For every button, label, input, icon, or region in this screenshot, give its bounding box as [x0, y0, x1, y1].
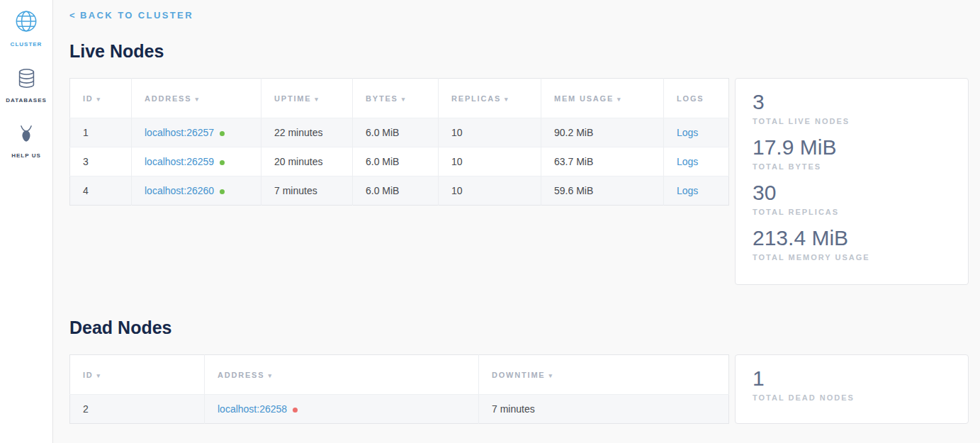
- node-address-cell: localhost:26260: [132, 176, 261, 206]
- live-status-dot-icon: [220, 160, 225, 165]
- column-header-id[interactable]: ID▾: [70, 79, 132, 118]
- sort-arrow-icon: ▾: [97, 372, 101, 379]
- sort-arrow-icon: ▾: [617, 96, 621, 103]
- table-row: 1 localhost:26257 22 minutes 6.0 MiB 10 …: [70, 118, 729, 147]
- main-content: <BACK TO CLUSTER Live Nodes ID▾ ADDRESS▾…: [53, 0, 980, 443]
- table-row: 2 localhost:26258 7 minutes: [70, 395, 729, 424]
- node-bytes-cell: 6.0 MiB: [353, 176, 439, 206]
- sidebar-item-cluster[interactable]: CLUSTER: [11, 9, 43, 47]
- dead-nodes-title: Dead Nodes: [69, 318, 969, 338]
- table-row: 4 localhost:26260 7 minutes 6.0 MiB 10 5…: [70, 176, 729, 206]
- dead-nodes-section: ID▾ ADDRESS▾ DOWNTIME▾ 2 localhost:26258…: [69, 354, 969, 424]
- cluster-nodes-page: CLUSTER DATABASES HELP US: [0, 0, 980, 443]
- node-logs-cell: Logs: [664, 118, 729, 147]
- databases-icon: [16, 67, 38, 92]
- sidebar-item-label: CLUSTER: [11, 41, 43, 47]
- sort-arrow-icon: ▾: [195, 96, 199, 103]
- sort-arrow-icon: ▾: [402, 96, 406, 103]
- back-to-cluster-link[interactable]: <BACK TO CLUSTER: [69, 10, 193, 21]
- dead-status-dot-icon: [293, 408, 298, 413]
- node-downtime-cell: 7 minutes: [479, 395, 729, 424]
- table-header-row: ID▾ ADDRESS▾ DOWNTIME▾: [70, 355, 729, 395]
- node-address-cell: localhost:26258: [205, 395, 479, 424]
- sidebar-item-help-us[interactable]: HELP US: [11, 123, 41, 159]
- sort-arrow-icon: ▾: [549, 372, 553, 379]
- node-uptime-cell: 7 minutes: [261, 176, 353, 206]
- stat-label: TOTAL BYTES: [753, 162, 951, 171]
- sidebar-item-databases[interactable]: DATABASES: [6, 67, 47, 103]
- node-mem-usage-cell: 59.6 MiB: [541, 176, 664, 206]
- stat-value: 17.9 MiB: [753, 135, 951, 160]
- column-header-address[interactable]: ADDRESS▾: [132, 79, 261, 118]
- table-row: 3 localhost:26259 20 minutes 6.0 MiB 10 …: [70, 147, 729, 176]
- sort-arrow-icon: ▾: [268, 372, 272, 379]
- node-address-link[interactable]: localhost:26257: [145, 127, 214, 138]
- node-address-link[interactable]: localhost:26259: [145, 156, 214, 167]
- node-address-link[interactable]: localhost:26260: [145, 185, 214, 196]
- live-nodes-section: ID▾ ADDRESS▾ UPTIME▾ BYTES▾ REPLICAS▾ ME…: [69, 78, 969, 285]
- live-status-dot-icon: [220, 131, 225, 136]
- column-header-mem-usage[interactable]: MEM USAGE▾: [541, 79, 664, 118]
- stat-value: 30: [753, 180, 951, 206]
- sidebar-item-label: DATABASES: [6, 97, 47, 103]
- dead-nodes-table: ID▾ ADDRESS▾ DOWNTIME▾ 2 localhost:26258…: [69, 354, 729, 424]
- summary-stat: 1 TOTAL DEAD NODES: [753, 366, 951, 402]
- column-header-uptime[interactable]: UPTIME▾: [261, 79, 353, 118]
- sort-arrow-icon: ▾: [505, 96, 509, 103]
- node-address-cell: localhost:26257: [132, 118, 261, 147]
- column-header-replicas[interactable]: REPLICAS▾: [439, 79, 541, 118]
- logs-link[interactable]: Logs: [677, 127, 698, 138]
- live-nodes-table: ID▾ ADDRESS▾ UPTIME▾ BYTES▾ REPLICAS▾ ME…: [69, 78, 729, 206]
- stat-label: TOTAL DEAD NODES: [753, 393, 951, 402]
- node-replicas-cell: 10: [439, 118, 541, 147]
- node-address-cell: localhost:26259: [132, 147, 261, 176]
- logs-link[interactable]: Logs: [677, 156, 698, 167]
- node-address-link[interactable]: localhost:26258: [218, 403, 287, 415]
- back-chevron-icon: <: [69, 10, 77, 21]
- live-status-dot-icon: [220, 189, 225, 194]
- column-header-downtime[interactable]: DOWNTIME▾: [479, 355, 729, 395]
- column-header-id[interactable]: ID▾: [70, 355, 205, 395]
- back-link-label: BACK TO CLUSTER: [80, 10, 193, 21]
- column-header-logs: LOGS: [664, 79, 729, 118]
- node-replicas-cell: 10: [439, 176, 541, 206]
- column-header-address[interactable]: ADDRESS▾: [205, 355, 479, 395]
- sort-arrow-icon: ▾: [315, 96, 319, 103]
- logs-link[interactable]: Logs: [677, 185, 698, 196]
- globe-icon: [14, 9, 38, 36]
- node-id-cell: 1: [70, 118, 132, 147]
- live-nodes-summary-card: 3 TOTAL LIVE NODES 17.9 MiB TOTAL BYTES …: [735, 78, 969, 285]
- sidebar-item-label: HELP US: [11, 152, 41, 159]
- node-uptime-cell: 22 minutes: [261, 118, 353, 147]
- sort-arrow-icon: ▾: [97, 96, 101, 103]
- stat-value: 3: [753, 89, 951, 115]
- node-id-cell: 4: [70, 176, 132, 206]
- column-header-bytes[interactable]: BYTES▾: [353, 79, 439, 118]
- summary-stat: 213.4 MiB TOTAL MEMORY USAGE: [753, 225, 951, 262]
- node-mem-usage-cell: 90.2 MiB: [541, 118, 664, 147]
- live-nodes-title: Live Nodes: [69, 41, 969, 62]
- table-header-row: ID▾ ADDRESS▾ UPTIME▾ BYTES▾ REPLICAS▾ ME…: [70, 79, 729, 118]
- cockroach-icon: [16, 123, 37, 147]
- sidebar: CLUSTER DATABASES HELP US: [0, 0, 53, 443]
- node-id-cell: 2: [70, 395, 205, 424]
- stat-value: 1: [753, 366, 951, 391]
- stat-label: TOTAL LIVE NODES: [753, 117, 951, 125]
- node-replicas-cell: 10: [439, 147, 541, 176]
- dead-nodes-summary-card: 1 TOTAL DEAD NODES: [735, 354, 969, 424]
- node-bytes-cell: 6.0 MiB: [353, 147, 439, 176]
- stat-label: TOTAL MEMORY USAGE: [753, 253, 951, 262]
- node-mem-usage-cell: 63.7 MiB: [541, 147, 664, 176]
- node-bytes-cell: 6.0 MiB: [353, 118, 439, 147]
- node-logs-cell: Logs: [664, 147, 729, 176]
- summary-stat: 17.9 MiB TOTAL BYTES: [753, 135, 951, 171]
- stat-label: TOTAL REPLICAS: [753, 208, 951, 216]
- stat-value: 213.4 MiB: [753, 225, 951, 251]
- node-logs-cell: Logs: [664, 176, 729, 206]
- summary-stat: 3 TOTAL LIVE NODES: [753, 89, 951, 125]
- node-id-cell: 3: [70, 147, 132, 176]
- node-uptime-cell: 20 minutes: [261, 147, 353, 176]
- summary-stat: 30 TOTAL REPLICAS: [753, 180, 951, 216]
